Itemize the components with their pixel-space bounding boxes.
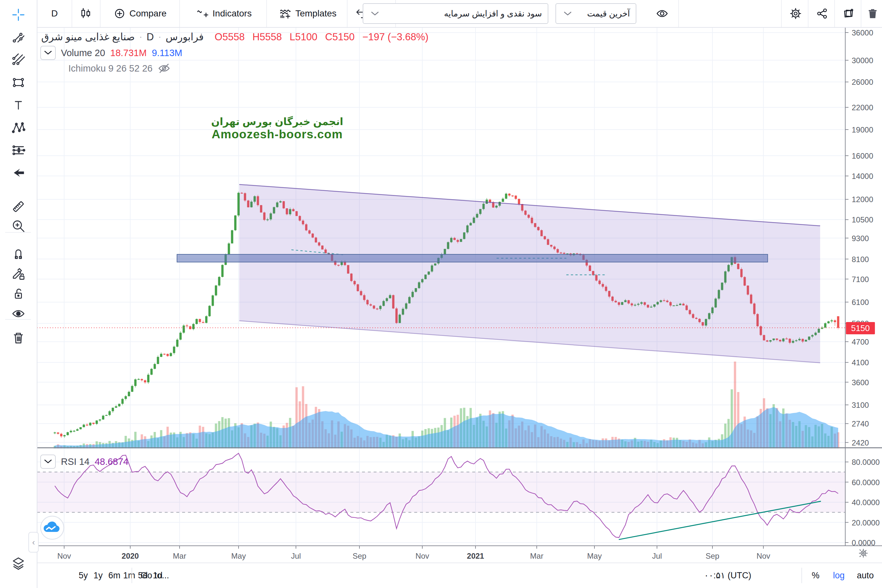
sidebar-text-tool[interactable] <box>6 97 31 115</box>
chart-application: 3600030000260002200019000160001400012000… <box>0 0 882 588</box>
sidebar-pitchfork-tool[interactable] <box>6 52 31 70</box>
goto-button[interactable]: Go to... <box>141 563 169 588</box>
candlestick-icon <box>79 7 92 20</box>
range-button-5y[interactable]: 5y <box>79 563 88 588</box>
sidebar-trend-line-tool[interactable] <box>6 29 31 47</box>
trend-icon <box>11 30 26 46</box>
visibility-button[interactable] <box>646 0 678 27</box>
toolbar-divider <box>678 0 679 27</box>
delete-button[interactable] <box>863 0 882 27</box>
log-scale-button[interactable]: log <box>833 563 844 588</box>
dividend-adjust-dropdown[interactable]: سود نقدی و افزایش سرمایه <box>363 3 548 24</box>
rsi-collapse-button[interactable] <box>40 454 56 469</box>
eye-off-icon[interactable] <box>158 62 171 75</box>
gear-icon <box>789 7 802 20</box>
legend-interval: D <box>147 31 154 43</box>
sidebar-divider <box>5 232 31 233</box>
volume-legend[interactable]: Volume 20 18.731M 9.113M <box>40 46 182 60</box>
sidebar-divider <box>5 319 31 320</box>
change-value: −197 (−3.68%) <box>362 31 428 43</box>
ruler-icon <box>11 200 26 215</box>
percent-scale-button[interactable]: % <box>812 563 819 588</box>
sidebar-measure-tool[interactable] <box>6 198 31 216</box>
sidebar-drawing-lock-tool[interactable] <box>6 265 31 284</box>
sidebar-lock-all-tool[interactable] <box>6 285 31 303</box>
open-value: O5558 <box>215 31 244 43</box>
legend-separator: · <box>158 32 161 42</box>
last-price-value: 5150 <box>851 323 870 333</box>
rsi-legend[interactable]: RSI 14 48.6874 <box>40 454 129 469</box>
compare-button[interactable]: Compare <box>105 0 176 27</box>
auto-scale-button[interactable]: auto <box>857 563 874 588</box>
watermark: انجمن خبرگان بورس تهران Amoozesh-boors.c… <box>211 116 344 141</box>
arrowL-icon <box>11 166 26 181</box>
toolbar-divider <box>266 0 267 27</box>
sidebar-remove-all-tool[interactable] <box>6 330 31 348</box>
crosshair-icon <box>11 8 26 23</box>
chart-logo <box>40 516 64 539</box>
bottom-toolbar: 5y1y6m1m5d1d Go to... ۰۰:۵۱ (UTC) % log … <box>37 562 882 588</box>
interval-button[interactable]: D <box>40 0 69 27</box>
trash-icon <box>866 7 879 20</box>
share-button[interactable] <box>810 0 834 27</box>
settings-button[interactable] <box>784 0 807 27</box>
layers-icon <box>11 556 26 572</box>
sidebar-forecast-tool[interactable] <box>6 142 31 160</box>
percent-label: % <box>812 571 819 580</box>
sidebar-zoom-in-tool[interactable] <box>6 218 31 236</box>
xabcd-icon <box>11 121 26 136</box>
dividend-dropdown-label: سود نقدی و افزایش سرمایه <box>387 9 548 19</box>
price-axis[interactable] <box>845 27 882 546</box>
chevron-down-icon <box>42 455 54 468</box>
watermark-line2: Amoozesh-boors.com <box>211 128 344 141</box>
bottom-divider <box>132 568 132 583</box>
symbol-description: صنایع غذایی مینو شرق <box>41 31 135 43</box>
sidebar-crosshair-tool[interactable] <box>6 6 31 24</box>
range-button-1m[interactable]: 1m <box>123 563 135 588</box>
sidebar-shapes-tool[interactable] <box>6 74 31 92</box>
templates-icon <box>279 7 292 20</box>
interval-label: D <box>51 8 58 19</box>
text-icon <box>11 98 26 114</box>
clock-label: ۰۰:۵۱ (UTC) <box>704 570 751 580</box>
volume-collapse-button[interactable] <box>40 46 56 60</box>
range-button-1y[interactable]: 1y <box>93 563 103 588</box>
eye-icon <box>656 7 669 20</box>
chevron-down-icon <box>561 7 574 20</box>
ichimoku-legend[interactable]: Ichimoku 9 26 52 26 <box>68 62 171 75</box>
auto-label: auto <box>857 571 874 580</box>
toolbar-divider <box>347 0 348 27</box>
templates-button[interactable]: Templates <box>271 0 345 27</box>
rsi-label: RSI 14 <box>61 456 90 467</box>
sidebar-object-tree-tool[interactable] <box>6 555 31 573</box>
legend-exchange: فرابورس <box>166 31 204 43</box>
close-value: C5150 <box>325 31 355 43</box>
sidebar-collapse-handle[interactable]: ‹ <box>28 532 39 552</box>
ohlc-values: O5558 H5558 L5100 C5150 −197 (−3.68%) <box>215 31 428 43</box>
sidebar-magnet-tool[interactable] <box>6 245 31 263</box>
templates-label: Templates <box>295 8 336 19</box>
snapshot-icon <box>842 7 855 20</box>
sidebar-xabcd-pattern-tool[interactable] <box>6 119 31 137</box>
volume-label: Volume 20 <box>61 48 105 58</box>
horizontal-band[interactable] <box>177 254 768 262</box>
trashO-icon <box>11 331 26 346</box>
indicators-label: Indicators <box>213 8 252 19</box>
symbol-legend[interactable]: صنایع غذایی مینو شرق · D · فرابورس O5558… <box>41 31 428 43</box>
sidebar-arrow-tool[interactable] <box>6 164 31 183</box>
snapshot-button[interactable] <box>837 0 860 27</box>
parallel-channel[interactable] <box>239 184 820 363</box>
goto-label: Go to... <box>141 571 169 580</box>
time-axis[interactable] <box>37 546 882 562</box>
chart-style-button[interactable] <box>73 0 99 27</box>
chart-canvas[interactable]: 3600030000260002200019000160001400012000… <box>0 0 882 588</box>
chevron-down-icon <box>369 7 381 20</box>
indicators-button[interactable]: Indicators <box>184 0 264 27</box>
clock[interactable]: ۰۰:۵۱ (UTC) <box>704 563 751 588</box>
last-price-dropdown[interactable]: آخرین قیمت <box>555 3 636 24</box>
sidebar-hide-all-tool[interactable] <box>6 305 31 323</box>
volume-ma-value: 9.113M <box>152 48 183 58</box>
toolbar-divider <box>834 0 835 27</box>
range-button-6m[interactable]: 6m <box>108 563 121 588</box>
toolbar-divider <box>100 0 100 27</box>
